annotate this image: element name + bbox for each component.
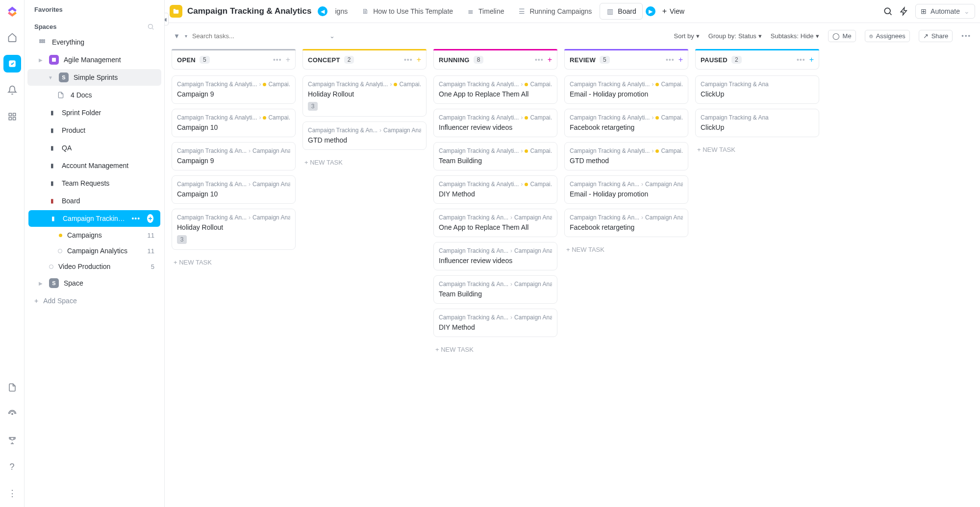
sidebar-item-simple-sprints[interactable]: ▼ S Simple Sprints [27, 69, 161, 86]
task-card[interactable]: Campaign Tracking & Analyti... › Campai.… [564, 142, 688, 170]
task-card[interactable]: Campaign Tracking & An... › Campaign Ana… [433, 275, 557, 304]
more-icon[interactable]: ••• [797, 56, 805, 64]
sidebar-item-qa[interactable]: ▮QA [27, 140, 161, 156]
me-chip[interactable]: ◯Me [828, 30, 856, 42]
task-card[interactable]: Campaign Tracking & AnaClickUp [695, 109, 819, 137]
spaces-header[interactable]: Spaces [34, 23, 57, 30]
sidebar-item-sprint-folder[interactable]: ▮Sprint Folder [27, 104, 161, 121]
task-card[interactable]: Campaign Tracking & Analyti... › Campai.… [564, 75, 688, 104]
page-title[interactable]: Campaign Tracking & Analytics [187, 6, 312, 16]
task-card[interactable]: Campaign Tracking & An... › Campaign Ana… [172, 175, 296, 204]
task-card[interactable]: Campaign Tracking & Analyti... › Campai.… [302, 75, 427, 117]
sidebar-item-camp-analytics[interactable]: Campaign Analytics 11 [27, 243, 161, 258]
badge-icon[interactable]: ▶ [646, 6, 655, 16]
sidebar-item-team-req[interactable]: ▮Team Requests [27, 175, 161, 192]
add-task-icon[interactable]: + [548, 55, 552, 64]
sidebar-item-docs[interactable]: 4 Docs [27, 87, 161, 103]
more-icon[interactable]: ⋮ [3, 484, 21, 502]
badge-icon[interactable]: ◀ [318, 6, 327, 16]
task-card[interactable]: Campaign Tracking & An... › Campaign Ana… [433, 209, 557, 237]
sidebar-item-everything[interactable]: Everything [27, 34, 161, 50]
sidebar-item-campaigns[interactable]: Campaigns 11 [27, 228, 161, 242]
add-task-icon[interactable]: + [286, 55, 290, 64]
tab-howto[interactable]: 🗎How to Use This Template [355, 3, 459, 19]
board-column: CONCEPT2•••+Campaign Tracking & Analyti.… [302, 49, 427, 500]
notifications-icon[interactable] [3, 81, 21, 99]
column-header[interactable]: RUNNING8•••+ [433, 50, 557, 70]
more-icon[interactable]: ••• [666, 56, 675, 64]
sidebar-item-video-prod[interactable]: Video Production 5 [27, 259, 161, 274]
task-card[interactable]: Campaign Tracking & Analyti... › Campai.… [564, 109, 688, 137]
sidebar-item-cta[interactable]: ▮ Campaign Tracking & Analy... ••• + [28, 210, 160, 227]
column-header[interactable]: OPEN5•••+ [172, 50, 296, 70]
new-task-button[interactable]: + NEW TASK [695, 142, 819, 157]
subtasks-dropdown[interactable]: Subtasks: Hide ▾ [771, 32, 819, 40]
automate-button[interactable]: ⊞ Automate ⌄ [915, 4, 975, 19]
tasks-icon[interactable] [3, 55, 21, 72]
task-title: GTD method [570, 157, 683, 165]
sidebar-item-product[interactable]: ▮Product [27, 122, 161, 139]
new-task-button[interactable]: + NEW TASK [302, 155, 427, 170]
add-view-button[interactable]: +View [657, 3, 689, 20]
sidebar-item-space[interactable]: ▶ S Space [27, 275, 161, 291]
sidebar-item-agile[interactable]: ▶ Agile Management [27, 51, 161, 68]
add-task-icon[interactable]: + [809, 55, 814, 64]
column-header[interactable]: PAUSED2•••+ [695, 50, 819, 70]
goals-icon[interactable] [3, 432, 21, 449]
apps-icon[interactable] [3, 108, 21, 125]
task-card[interactable]: Campaign Tracking & Analyti... › Campai.… [433, 109, 557, 137]
task-card[interactable]: Campaign Tracking & Analyti... › Campai.… [433, 142, 557, 170]
add-task-icon[interactable]: + [678, 55, 683, 64]
new-task-button[interactable]: + NEW TASK [172, 255, 296, 270]
new-task-button[interactable]: + NEW TASK [564, 242, 688, 257]
add-icon[interactable]: + [147, 214, 153, 223]
sort-by-dropdown[interactable]: Sort by ▾ [674, 32, 700, 40]
task-card[interactable]: Campaign Tracking & An... › Campaign Ana… [564, 175, 688, 204]
help-icon[interactable]: ? [3, 458, 21, 476]
home-icon[interactable] [3, 28, 21, 46]
filter-icon[interactable]: ▼ [174, 32, 180, 40]
docs-icon[interactable] [3, 379, 21, 396]
search-input[interactable] [192, 32, 280, 40]
favorites-header[interactable]: Favorites [25, 0, 164, 16]
chevron-down-icon[interactable]: ▾ [185, 33, 187, 39]
share-chip[interactable]: ↗Share [919, 30, 953, 42]
new-task-button[interactable]: + NEW TASK [433, 342, 557, 357]
more-icon[interactable]: ••• [961, 32, 971, 40]
chevron-down-icon[interactable]: ⌄ [329, 32, 335, 40]
task-card[interactable]: Campaign Tracking & An... › Campaign Ana… [302, 121, 427, 150]
collapse-sidebar-button[interactable]: ◀ [165, 13, 169, 25]
sidebar-item-acct-mgmt[interactable]: ▮Account Management [27, 157, 161, 174]
task-card[interactable]: Campaign Tracking & Analyti... › Campai.… [172, 75, 296, 104]
search-icon[interactable] [147, 23, 154, 30]
bolt-icon[interactable] [900, 6, 908, 16]
tab-igns[interactable]: igns [329, 3, 354, 19]
add-task-icon[interactable]: + [417, 55, 421, 64]
search-icon[interactable] [883, 6, 893, 16]
tab-board[interactable]: ▥Board [600, 3, 642, 20]
column-header[interactable]: CONCEPT2•••+ [302, 50, 427, 70]
task-card[interactable]: Campaign Tracking & An... › Campaign Ana… [172, 209, 296, 250]
task-card[interactable]: Campaign Tracking & An... › Campaign Ana… [433, 242, 557, 270]
add-space-button[interactable]: + Add Space [25, 292, 164, 310]
task-card[interactable]: Campaign Tracking & Analyti... › Campai.… [433, 175, 557, 204]
more-icon[interactable]: ••• [131, 215, 140, 222]
board[interactable]: OPEN5•••+Campaign Tracking & Analyti... … [165, 49, 980, 507]
column-header[interactable]: REVIEW5•••+ [564, 50, 688, 70]
group-by-dropdown[interactable]: Group by: Status ▾ [708, 32, 762, 40]
sidebar-item-board[interactable]: ▮Board [27, 193, 161, 209]
task-card[interactable]: Campaign Tracking & Analyti... › Campai.… [172, 109, 296, 137]
pulse-icon[interactable] [3, 405, 21, 423]
more-icon[interactable]: ••• [535, 56, 544, 64]
tab-timeline[interactable]: ≣Timeline [461, 3, 510, 19]
assignees-chip[interactable]: ⌾Assignees [865, 30, 910, 42]
clickup-logo-icon[interactable] [4, 4, 20, 20]
more-icon[interactable]: ••• [404, 56, 413, 64]
more-icon[interactable]: ••• [273, 56, 282, 64]
tab-running[interactable]: ☰Running Campaigns [512, 3, 598, 19]
task-card[interactable]: Campaign Tracking & AnaClickUp [695, 75, 819, 104]
task-card[interactable]: Campaign Tracking & An... › Campaign Ana… [433, 309, 557, 337]
task-card[interactable]: Campaign Tracking & Analyti... › Campai.… [433, 75, 557, 104]
task-card[interactable]: Campaign Tracking & An... › Campaign Ana… [172, 142, 296, 170]
task-card[interactable]: Campaign Tracking & An... › Campaign Ana… [564, 209, 688, 237]
